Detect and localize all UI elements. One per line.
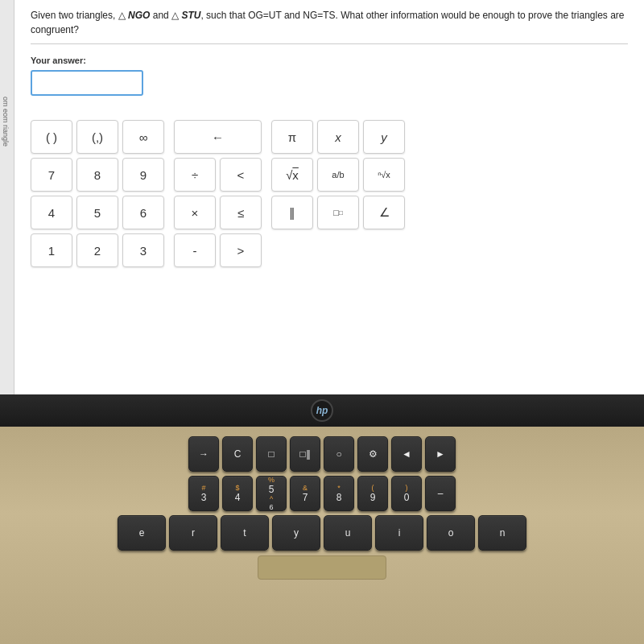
key-parens[interactable]: ( ) <box>31 120 72 154</box>
laptop-bezel: hp <box>0 394 644 427</box>
key-y[interactable]: y <box>272 515 320 551</box>
key-5[interactable]: 5 <box>76 196 118 229</box>
key-fraction[interactable]: a/b <box>317 158 359 192</box>
key-circle[interactable]: ○ <box>324 436 354 472</box>
key-4[interactable]: 4 <box>31 196 72 229</box>
keyboard-rows: → C □ □‖ ○ ⚙ ◄ ► # 3 $ 4 % 5 ^ 6 <box>8 436 636 551</box>
key-6[interactable]: 6 <box>122 196 164 229</box>
key-4-dollar[interactable]: $ 4 <box>222 476 253 511</box>
key-i[interactable]: i <box>375 515 423 551</box>
key-3-hash[interactable]: # 3 <box>188 476 219 511</box>
key-multiply[interactable]: × <box>174 196 216 229</box>
answer-input[interactable] <box>31 70 143 96</box>
key-vol-up[interactable]: ► <box>425 436 456 472</box>
question-text: Given two triangles, △ NGO and △ STU, su… <box>31 8 628 37</box>
key-0-rparen[interactable]: ) 0 <box>391 476 422 511</box>
key-nth-root[interactable]: ⁿ√x <box>363 158 405 192</box>
key-5-percent[interactable]: % 5 ^ 6 <box>256 476 287 511</box>
kb-row-3: e r t y u i o n <box>8 515 636 551</box>
keypad-left: ( ) (,) ∞ 7 8 9 4 5 6 1 2 3 <box>31 120 164 305</box>
key-9-lparen[interactable]: ( 9 <box>357 476 388 511</box>
key-8-star[interactable]: * 8 <box>324 476 354 511</box>
key-7-amp[interactable]: & 7 <box>290 476 320 511</box>
main-content: Given two triangles, △ NGO and △ STU, su… <box>14 0 644 394</box>
keypad-container: ( ) (,) ∞ 7 8 9 4 5 6 1 2 3 ← ÷ < × ≤ - <box>31 120 628 305</box>
key-1[interactable]: 1 <box>31 233 72 267</box>
key-minus-key[interactable]: – <box>425 476 456 511</box>
sidebar: om eom riangle <box>0 0 14 394</box>
key-square-double[interactable]: □‖ <box>290 436 320 472</box>
keypad-right: π x y √x a/b ⁿ√x ‖ □□ ∠ <box>271 120 405 305</box>
key-infinity[interactable]: ∞ <box>122 120 164 154</box>
key-superscript[interactable]: □□ <box>317 196 359 229</box>
keyboard-area: → C □ □‖ ○ ⚙ ◄ ► # 3 $ 4 % 5 ^ 6 <box>0 427 644 644</box>
key-less-than[interactable]: < <box>220 158 262 192</box>
key-t[interactable]: t <box>221 515 269 551</box>
key-arrow-right[interactable]: → <box>188 436 219 472</box>
sidebar-text: om eom riangle <box>2 97 10 147</box>
kb-row-1: → C □ □‖ ○ ⚙ ◄ ► <box>8 436 636 472</box>
key-comma-parens[interactable]: (,) <box>76 120 118 154</box>
key-2[interactable]: 2 <box>76 233 118 267</box>
keypad-mid: ← ÷ < × ≤ - > <box>174 120 262 305</box>
touchpad[interactable] <box>258 555 386 580</box>
kb-row-2: # 3 $ 4 % 5 ^ 6 & 7 * 8 ( <box>8 476 636 511</box>
key-y[interactable]: y <box>363 120 405 154</box>
key-o[interactable]: o <box>427 515 475 551</box>
key-u[interactable]: u <box>324 515 372 551</box>
key-vol-down[interactable]: ◄ <box>391 436 422 472</box>
key-8[interactable]: 8 <box>76 158 118 192</box>
divider <box>31 43 628 44</box>
key-pi[interactable]: π <box>271 120 313 154</box>
key-greater-than[interactable]: > <box>220 233 262 267</box>
key-sqrt[interactable]: √x <box>271 158 313 192</box>
key-angle[interactable]: ∠ <box>363 196 405 229</box>
key-gear[interactable]: ⚙ <box>357 436 388 472</box>
key-square[interactable]: □ <box>256 436 287 472</box>
hp-logo: hp <box>311 399 333 422</box>
key-c[interactable]: C <box>222 436 253 472</box>
key-e[interactable]: e <box>118 515 166 551</box>
key-3[interactable]: 3 <box>122 233 164 267</box>
key-7[interactable]: 7 <box>31 158 72 192</box>
key-backspace[interactable]: ← <box>174 120 262 154</box>
key-x[interactable]: x <box>317 120 359 154</box>
key-n[interactable]: n <box>478 515 526 551</box>
key-minus[interactable]: - <box>174 233 216 267</box>
key-parallel[interactable]: ‖ <box>271 196 313 229</box>
key-9[interactable]: 9 <box>122 158 164 192</box>
key-r[interactable]: r <box>169 515 217 551</box>
your-answer-label: Your answer: <box>31 56 628 65</box>
key-divide[interactable]: ÷ <box>174 158 216 192</box>
key-less-equal[interactable]: ≤ <box>220 196 262 229</box>
screen: om eom riangle Given two triangles, △ NG… <box>0 0 644 394</box>
